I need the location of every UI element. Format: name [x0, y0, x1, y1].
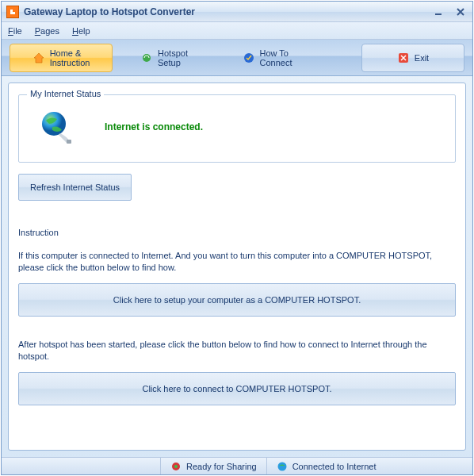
sharing-icon	[170, 461, 182, 472]
instruction-paragraph-1: If this computer is connected to Interne…	[18, 250, 456, 274]
connect-icon	[243, 52, 255, 64]
instruction-paragraph-2: After hotspot has been started, please c…	[18, 339, 456, 363]
exit-button[interactable]: Exit	[361, 44, 464, 72]
tab-howto-label2: Connect	[260, 58, 292, 67]
internet-status-legend: My Internet Status	[27, 89, 104, 98]
window-controls	[431, 5, 468, 19]
menu-pages[interactable]: Pages	[35, 26, 59, 36]
close-icon	[397, 52, 410, 64]
menu-help[interactable]: Help	[72, 26, 90, 36]
statusbar-sharing: Ready for Sharing	[160, 458, 266, 474]
minimize-button[interactable]	[431, 5, 445, 19]
setup-hotspot-button[interactable]: Click here to setup your computer as a C…	[18, 283, 456, 317]
internet-status-group: My Internet Status Internet is connecte	[18, 94, 456, 163]
tab-hotspot-label2: Setup	[158, 58, 181, 67]
window-title: Gateway Laptop to Hotspot Converter	[24, 6, 431, 17]
svg-point-7	[174, 465, 178, 468]
svg-rect-5	[67, 140, 71, 144]
menubar: File Pages Help	[2, 22, 472, 40]
svg-point-8	[277, 462, 286, 470]
statusbar-spacer	[2, 458, 160, 474]
statusbar: Ready for Sharing Connected to Internet	[2, 457, 472, 474]
tab-home-instruction[interactable]: Home & Instruction	[10, 44, 113, 72]
connect-hotspot-button[interactable]: Click here to connect to COMPUTER HOTSPO…	[18, 372, 456, 405]
home-icon	[32, 52, 45, 64]
app-window: Gateway Laptop to Hotspot Converter File…	[1, 1, 473, 475]
internet-status-text: Internet is connected.	[105, 121, 203, 132]
app-icon	[6, 6, 19, 18]
toolbar: Home & Instruction Hotspot Setup How To …	[2, 40, 472, 76]
statusbar-internet-label: Connected to Internet	[292, 462, 377, 471]
svg-rect-0	[435, 13, 442, 15]
status-row: Internet is connected.	[30, 105, 444, 149]
close-button[interactable]	[453, 5, 468, 19]
svg-point-4	[42, 112, 66, 136]
globe-icon	[38, 109, 73, 144]
statusbar-sharing-label: Ready for Sharing	[186, 462, 257, 471]
content-panel: My Internet Status Internet is connecte	[8, 83, 466, 451]
instruction-heading: Instruction	[18, 228, 456, 237]
refresh-internet-status-button[interactable]: Refresh Internet Status	[18, 174, 132, 201]
tab-home-label1: Home &	[50, 48, 82, 58]
tab-how-to-connect[interactable]: How To Connect	[216, 44, 319, 72]
hotspot-icon	[140, 52, 153, 64]
statusbar-internet: Connected to Internet	[266, 458, 386, 474]
exit-label: Exit	[415, 53, 429, 63]
titlebar: Gateway Laptop to Hotspot Converter	[2, 2, 472, 22]
tab-hotspot-label1: Hotspot	[158, 48, 188, 58]
menu-file[interactable]: File	[8, 26, 22, 36]
tab-howto-label1: How To	[260, 48, 289, 58]
tab-home-label2: Instruction	[50, 58, 90, 67]
tab-hotspot-setup[interactable]: Hotspot Setup	[113, 44, 216, 72]
internet-icon	[277, 461, 288, 472]
